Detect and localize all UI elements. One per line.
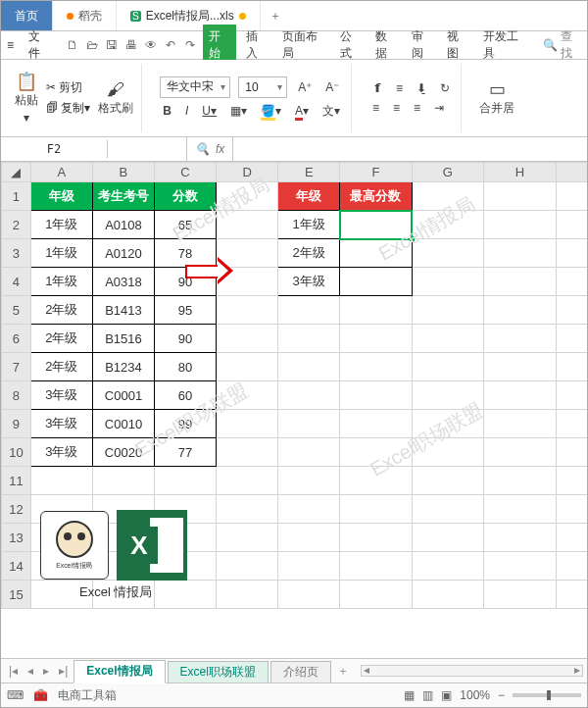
cell[interactable]: B1516: [92, 325, 154, 353]
cell[interactable]: [412, 467, 483, 495]
cell[interactable]: [484, 581, 556, 609]
cell[interactable]: [217, 581, 278, 609]
cell[interactable]: [484, 268, 556, 296]
cell[interactable]: [412, 211, 483, 239]
cell[interactable]: A0108: [92, 211, 154, 239]
cell[interactable]: 3年级: [30, 381, 92, 410]
cell[interactable]: [278, 296, 340, 325]
cell[interactable]: [556, 524, 587, 552]
cell[interactable]: [340, 410, 412, 438]
select-all-corner[interactable]: ◢: [2, 163, 31, 182]
cell[interactable]: [556, 410, 587, 438]
cell[interactable]: 80: [155, 353, 217, 381]
cell[interactable]: 最高分数: [340, 182, 412, 211]
cell[interactable]: [412, 239, 483, 268]
menu-insert[interactable]: 插入: [242, 26, 272, 64]
cell[interactable]: 1年级: [278, 211, 340, 239]
cell[interactable]: 95: [155, 296, 217, 325]
cell[interactable]: 78: [155, 239, 217, 268]
cell[interactable]: [412, 524, 483, 552]
menu-dev[interactable]: 开发工具: [479, 26, 531, 64]
cell[interactable]: 2年级: [278, 239, 340, 268]
qat-redo-icon[interactable]: ↷: [183, 38, 197, 52]
cell[interactable]: [556, 552, 587, 581]
zoom-out-button[interactable]: −: [498, 688, 505, 702]
copy-button[interactable]: 🗐 复制▾: [46, 100, 90, 117]
cell[interactable]: [556, 325, 587, 353]
cell[interactable]: [217, 438, 278, 467]
cell[interactable]: 90: [155, 325, 217, 353]
cell[interactable]: [217, 467, 278, 495]
sheet-tab[interactable]: Excel情报局: [74, 660, 165, 683]
cell[interactable]: [412, 581, 483, 609]
cell[interactable]: [217, 381, 278, 410]
cell[interactable]: [484, 381, 556, 410]
phonetic-button[interactable]: ⽂▾: [319, 102, 343, 121]
font-family-select[interactable]: 华文中宋: [160, 76, 230, 98]
row-header[interactable]: 6: [2, 325, 31, 353]
row-header[interactable]: 7: [2, 353, 31, 381]
grow-font-button[interactable]: A⁺: [295, 79, 315, 95]
cell[interactable]: [556, 268, 587, 296]
cell[interactable]: [278, 325, 340, 353]
cell[interactable]: [217, 268, 278, 296]
worksheet-grid[interactable]: Excel情报局 Excel情报局 Excel职场联盟 Excel职场联盟 ◢ …: [1, 162, 587, 658]
cell[interactable]: [217, 182, 278, 211]
view-pagebreak-icon[interactable]: ▥: [422, 688, 433, 702]
cell[interactable]: [484, 239, 556, 268]
cell[interactable]: [484, 182, 556, 211]
cell[interactable]: [340, 467, 412, 495]
cell[interactable]: [278, 581, 340, 609]
search-box[interactable]: 🔍 查找: [543, 28, 581, 62]
cell[interactable]: 年级: [30, 182, 92, 211]
row-header[interactable]: 11: [2, 467, 31, 495]
cell[interactable]: [556, 581, 587, 609]
view-normal-icon[interactable]: ▦: [404, 688, 415, 702]
align-left-button[interactable]: ≡: [369, 100, 382, 116]
zoom-slider[interactable]: [513, 693, 581, 697]
cell[interactable]: [217, 552, 278, 581]
cell[interactable]: [412, 182, 483, 211]
cell[interactable]: [340, 353, 412, 381]
cell[interactable]: [155, 581, 217, 609]
font-color-button[interactable]: A▾: [292, 103, 312, 119]
cell[interactable]: [556, 353, 587, 381]
cell[interactable]: [340, 552, 412, 581]
menu-review[interactable]: 审阅: [408, 26, 438, 64]
row-header[interactable]: 9: [2, 410, 31, 438]
cell[interactable]: 65: [155, 211, 217, 239]
cell[interactable]: [217, 211, 278, 239]
bold-button[interactable]: B: [160, 103, 174, 119]
cell[interactable]: [484, 467, 556, 495]
cell[interactable]: [412, 495, 483, 524]
cell[interactable]: [412, 552, 483, 581]
sheet-nav-last[interactable]: ▸|: [55, 664, 72, 678]
row-header[interactable]: 12: [2, 495, 31, 524]
orientation-button[interactable]: ↻: [437, 80, 453, 96]
cell[interactable]: [217, 495, 278, 524]
row-header[interactable]: 8: [2, 381, 31, 410]
cell[interactable]: [217, 239, 278, 268]
cell[interactable]: [340, 524, 412, 552]
cell[interactable]: [278, 524, 340, 552]
align-center-button[interactable]: ≡: [390, 100, 403, 116]
qat-open-icon[interactable]: 🗁: [85, 38, 99, 52]
cell[interactable]: 年级: [278, 182, 340, 211]
cell[interactable]: 1年级: [30, 211, 92, 239]
col-header[interactable]: E: [278, 163, 340, 182]
cell[interactable]: [340, 438, 412, 467]
cell[interactable]: [484, 524, 556, 552]
sheet-nav-next[interactable]: ▸: [39, 664, 53, 678]
cell[interactable]: [412, 325, 483, 353]
cell[interactable]: [556, 438, 587, 467]
cell[interactable]: [412, 438, 483, 467]
cell[interactable]: [340, 495, 412, 524]
cell[interactable]: [412, 268, 483, 296]
cell[interactable]: [340, 581, 412, 609]
cell[interactable]: [484, 438, 556, 467]
cell[interactable]: 90: [155, 268, 217, 296]
sheet-tab[interactable]: Excel职场联盟: [168, 661, 269, 683]
cell[interactable]: [556, 467, 587, 495]
cell[interactable]: [217, 524, 278, 552]
cell[interactable]: 1年级: [30, 239, 92, 268]
